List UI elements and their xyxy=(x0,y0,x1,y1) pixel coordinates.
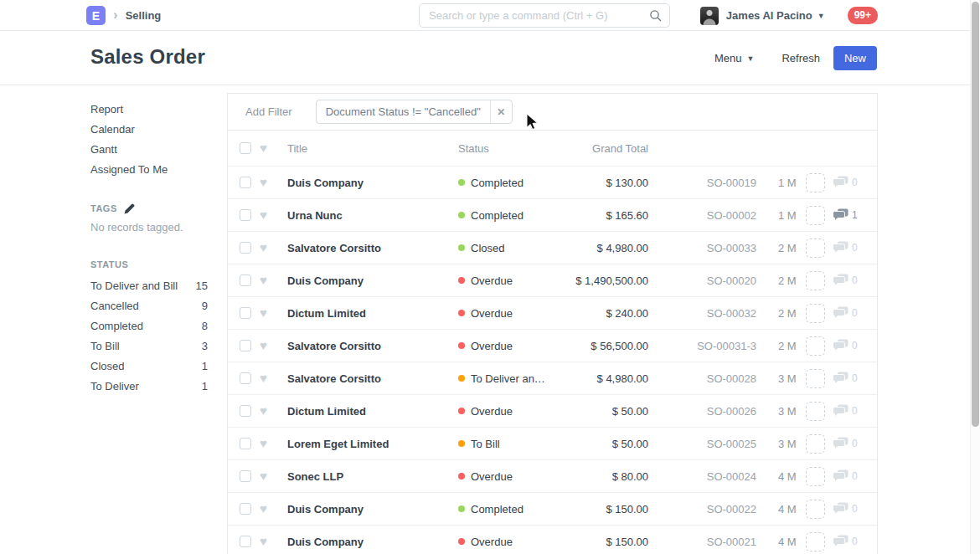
status-filter-to-bill[interactable]: To Bill3 xyxy=(90,336,208,357)
assign-dropzone[interactable] xyxy=(806,173,825,192)
list-row[interactable]: ♥Duis CompanyOverdue$ 150.00SO-000214 M0 xyxy=(228,525,877,554)
like-heart-icon[interactable]: ♥ xyxy=(260,340,273,351)
assign-dropzone[interactable] xyxy=(806,206,825,225)
row-checkbox[interactable] xyxy=(240,405,251,417)
comment-count-button[interactable]: 0 xyxy=(833,469,858,483)
like-heart-icon[interactable]: ♥ xyxy=(260,372,273,384)
edit-tags-pencil-icon[interactable] xyxy=(124,203,135,214)
add-filter-button[interactable]: Add Filter xyxy=(245,105,292,118)
row-checkbox[interactable] xyxy=(240,340,251,351)
row-title[interactable]: Duis Company xyxy=(287,274,458,287)
sidebar-item-gantt[interactable]: Gantt xyxy=(90,140,208,160)
row-checkbox[interactable] xyxy=(240,242,251,254)
assign-dropzone[interactable] xyxy=(806,434,825,454)
refresh-button[interactable]: Refresh xyxy=(781,52,820,64)
row-document-id[interactable]: SO-00020 xyxy=(648,274,756,287)
menu-button[interactable]: Menu▼ xyxy=(714,52,754,64)
status-filter-closed[interactable]: Closed1 xyxy=(90,357,208,377)
like-heart-icon[interactable]: ♥ xyxy=(260,536,273,547)
comment-count-button[interactable]: 0 xyxy=(833,437,858,450)
comment-count-button[interactable]: 0 xyxy=(833,339,858,352)
row-title[interactable]: Salvatore Corsitto xyxy=(287,242,458,254)
sidebar-item-calendar[interactable]: Calendar xyxy=(90,120,208,140)
row-document-id[interactable]: SO-00019 xyxy=(648,177,756,189)
row-document-id[interactable]: SO-00028 xyxy=(648,372,756,385)
row-checkbox[interactable] xyxy=(240,536,251,547)
row-title[interactable]: Duis Company xyxy=(287,503,458,516)
remove-filter-icon[interactable]: ✕ xyxy=(490,100,512,123)
select-all-checkbox[interactable] xyxy=(240,142,251,154)
comment-count-button[interactable]: 0 xyxy=(833,372,858,385)
like-heart-icon[interactable]: ♥ xyxy=(260,242,273,254)
row-document-id[interactable]: SO-00026 xyxy=(648,405,756,418)
comment-count-button[interactable]: 1 xyxy=(833,208,858,222)
assign-dropzone[interactable] xyxy=(806,271,825,290)
list-row[interactable]: ♥Salvatore CorsittoOverdue$ 56,500.00SO-… xyxy=(228,329,877,362)
row-checkbox[interactable] xyxy=(240,372,251,384)
list-row[interactable]: ♥Duis CompanyCompleted$ 130.00SO-000191 … xyxy=(228,166,877,198)
assign-dropzone[interactable] xyxy=(806,239,825,258)
assign-dropzone[interactable] xyxy=(806,532,825,551)
like-heart-icon[interactable]: ♥ xyxy=(260,274,273,286)
row-document-id[interactable]: SO-00025 xyxy=(648,438,756,450)
sidebar-item-report[interactable]: Report xyxy=(90,100,208,120)
row-document-id[interactable]: SO-00024 xyxy=(648,470,756,483)
row-document-id[interactable]: SO-00022 xyxy=(648,503,756,516)
status-filter-to-deliver-and-bill[interactable]: To Deliver and Bill15 xyxy=(90,276,208,296)
row-title[interactable]: Dictum Limited xyxy=(287,307,458,320)
status-filter-completed[interactable]: Completed8 xyxy=(90,316,208,336)
row-title[interactable]: Salvatore Corsitto xyxy=(287,340,458,352)
like-heart-icon[interactable]: ♥ xyxy=(260,177,273,188)
row-title[interactable]: Urna Nunc xyxy=(287,209,458,222)
comment-count-button[interactable]: 0 xyxy=(833,306,858,320)
list-row[interactable]: ♥Dictum LimitedOverdue$ 240.00SO-000322 … xyxy=(228,296,877,329)
list-row[interactable]: ♥Lorem Eget LimitedTo Bill$ 50.00SO-0002… xyxy=(228,427,877,459)
status-filter-cancelled[interactable]: Cancelled9 xyxy=(90,296,208,316)
notifications-badge[interactable]: 99+ xyxy=(848,7,878,24)
list-row[interactable]: ♥Duis CompanyCompleted$ 150.00SO-000224 … xyxy=(228,492,877,525)
assign-dropzone[interactable] xyxy=(806,402,825,421)
list-row[interactable]: ♥Salvatore CorsittoClosed$ 4,980.00SO-00… xyxy=(228,231,877,264)
like-heart-icon[interactable]: ♥ xyxy=(260,503,273,515)
comment-count-button[interactable]: 0 xyxy=(833,404,858,418)
row-title[interactable]: Duis Company xyxy=(287,177,458,189)
row-title[interactable]: Duis Company xyxy=(287,536,458,548)
filter-chip-label[interactable]: Document Status != "Cancelled" xyxy=(317,105,490,118)
row-document-id[interactable]: SO-00032 xyxy=(648,307,756,320)
row-checkbox[interactable] xyxy=(240,307,251,319)
status-filter-to-deliver[interactable]: To Deliver1 xyxy=(90,377,208,397)
assign-dropzone[interactable] xyxy=(806,467,825,486)
row-checkbox[interactable] xyxy=(240,503,251,515)
row-title[interactable]: Dictum Limited xyxy=(287,405,458,418)
row-document-id[interactable]: SO-00031-3 xyxy=(648,340,756,352)
user-menu[interactable]: James Al Pacino▼ xyxy=(726,9,825,22)
search-input[interactable] xyxy=(419,3,670,28)
comment-count-button[interactable]: 0 xyxy=(833,274,858,287)
row-document-id[interactable]: SO-00033 xyxy=(648,242,756,254)
new-button[interactable]: New xyxy=(833,46,877,70)
row-checkbox[interactable] xyxy=(240,274,251,286)
like-heart-icon[interactable]: ♥ xyxy=(260,470,273,482)
like-heart-icon[interactable]: ♥ xyxy=(260,405,273,417)
scrollbar-thumb[interactable] xyxy=(972,2,979,427)
list-row[interactable]: ♥Duis CompanyOverdue$ 1,490,500.00SO-000… xyxy=(228,264,877,296)
comment-count-button[interactable]: 0 xyxy=(833,176,858,189)
list-row[interactable]: ♥Sonec LLPOverdue$ 80.00SO-000244 M0 xyxy=(228,459,877,492)
row-checkbox[interactable] xyxy=(240,177,251,188)
like-heart-icon[interactable]: ♥ xyxy=(260,438,273,449)
assign-dropzone[interactable] xyxy=(806,369,825,388)
assign-dropzone[interactable] xyxy=(806,304,825,323)
list-row[interactable]: ♥Dictum LimitedOverdue$ 50.00SO-000263 M… xyxy=(228,394,877,427)
comment-count-button[interactable]: 0 xyxy=(833,502,858,516)
comment-count-button[interactable]: 0 xyxy=(833,241,858,254)
row-title[interactable]: Sonec LLP xyxy=(287,470,458,483)
row-checkbox[interactable] xyxy=(240,209,251,221)
list-row[interactable]: ♥Urna NuncCompleted$ 165.60SO-000021 M1 xyxy=(228,198,877,231)
comment-count-button[interactable]: 0 xyxy=(833,535,858,548)
avatar[interactable] xyxy=(700,7,719,25)
like-filter-heart-icon[interactable]: ♥ xyxy=(260,142,273,154)
row-title[interactable]: Lorem Eget Limited xyxy=(287,438,458,450)
row-document-id[interactable]: SO-00002 xyxy=(648,209,756,222)
breadcrumb[interactable]: Selling xyxy=(126,9,162,22)
like-heart-icon[interactable]: ♥ xyxy=(260,209,273,221)
